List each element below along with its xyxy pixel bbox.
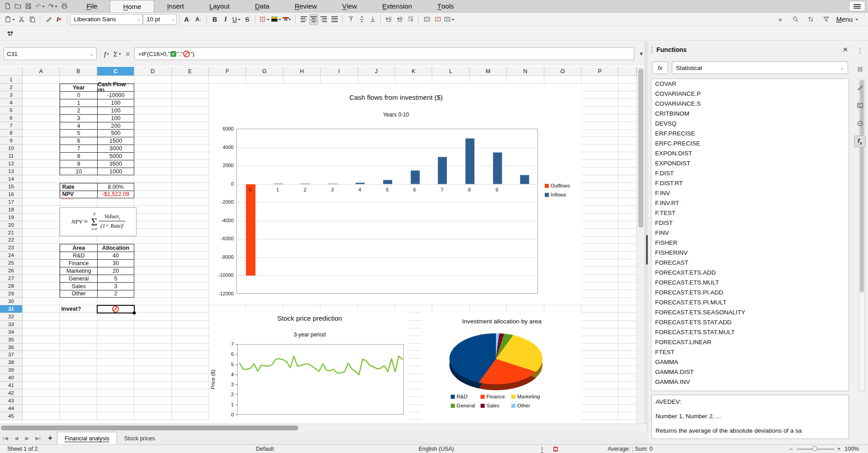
borders-icon[interactable] [258, 14, 270, 25]
gallery-icon[interactable] [854, 99, 866, 111]
document-modified-icon[interactable] [553, 446, 558, 453]
function-list-item[interactable]: FORECAST.ETS.STAT.ADD [651, 318, 849, 327]
grid-cell[interactable]: 5000 [98, 153, 134, 160]
previous-sheet-icon[interactable]: ◀ [11, 435, 22, 441]
function-list-item[interactable]: ERF.PRECISE [651, 129, 849, 139]
function-list-item[interactable]: FDIST [651, 218, 849, 228]
highlight-color-icon[interactable] [270, 14, 282, 25]
font-size-combo[interactable]: 10 pt⌄ [143, 14, 177, 25]
first-sheet-icon[interactable]: |◀ [0, 435, 11, 441]
column-header-J[interactable]: J [358, 67, 395, 76]
spreadsheet-grid[interactable]: ABCDEFGHIJKLMNOP 12345678910111213141516… [0, 67, 637, 424]
grid-cell[interactable]: 200 [98, 122, 134, 130]
function-list-item[interactable]: F.INV [651, 188, 849, 198]
bold-icon[interactable]: B [209, 14, 220, 25]
row-header-1[interactable]: 1 [0, 76, 23, 84]
grid-cell[interactable]: Year [60, 84, 97, 92]
grid-cell[interactable]: 1 [60, 99, 97, 107]
row-header-40[interactable]: 40 [0, 374, 23, 382]
align-right-icon[interactable] [318, 14, 329, 25]
column-header-L[interactable]: L [432, 67, 469, 76]
grid-cell[interactable]: 7 [60, 145, 97, 153]
row-header-26[interactable]: 26 [0, 267, 23, 275]
active-cell-c31[interactable] [97, 305, 135, 313]
formula-input[interactable]: =IF(C16>0,"✓","") [134, 47, 634, 60]
font-color-icon[interactable]: A [282, 14, 293, 25]
grid-cell[interactable]: 500 [98, 130, 134, 138]
autofilter-icon[interactable] [821, 14, 832, 25]
row-header-22[interactable]: 22 [0, 237, 23, 244]
function-list-item[interactable]: FORECAST.ETS.STAT.MULT [651, 327, 849, 337]
navigator-icon[interactable] [854, 117, 866, 129]
grid-cell[interactable]: -10000 [98, 92, 134, 99]
npv-formula-object[interactable]: NPV=NΣi=0Valuesi(1+ Rate)i [60, 207, 137, 236]
menu-tab-layout[interactable]: Layout [197, 0, 242, 12]
row-header-15[interactable]: 15 [0, 183, 23, 191]
functions-icon[interactable]: fx [854, 135, 866, 147]
function-wizard-button[interactable]: fx [652, 61, 668, 74]
row-header-37[interactable]: 37 [0, 351, 23, 359]
row-header-17[interactable]: 17 [0, 198, 23, 206]
zoom-slider-thumb[interactable] [812, 446, 817, 451]
cut-icon[interactable] [16, 14, 27, 25]
open-file-icon[interactable] [13, 1, 23, 11]
row-header-44[interactable]: 44 [0, 405, 23, 412]
function-list-item[interactable]: FINV [651, 228, 849, 238]
row-header-38[interactable]: 38 [0, 359, 23, 366]
clear-formatting-icon[interactable]: I✕ [54, 14, 65, 25]
function-list-item[interactable]: COVARIANCE.S [651, 99, 849, 109]
zoom-level[interactable]: 100% [844, 445, 859, 453]
row-header-42[interactable]: 42 [0, 389, 23, 397]
row-header-30[interactable]: 30 [0, 298, 23, 305]
grid-cell[interactable]: Allocation [98, 244, 134, 252]
sheet-tab-financial-analysis[interactable]: Financial analysis [57, 432, 117, 444]
grid-cell[interactable]: 40 [98, 252, 134, 260]
page-style[interactable]: Default [256, 445, 274, 453]
expand-formula-bar-icon[interactable]: ▼ [639, 51, 644, 56]
column-header-G[interactable]: G [246, 67, 283, 76]
row-header-8[interactable]: 8 [0, 130, 23, 137]
grow-font-icon[interactable]: A↑ [182, 14, 193, 25]
increase-indent-icon[interactable] [383, 14, 394, 25]
row-header-7[interactable]: 7 [0, 122, 23, 130]
function-list-item[interactable]: FORECAST [651, 258, 849, 268]
align-left-icon[interactable] [298, 14, 309, 25]
toolbar-overflow-icon[interactable]: » [775, 14, 786, 25]
redo-icon[interactable]: ↷ [47, 1, 59, 11]
zoom-in-icon[interactable]: + [837, 445, 840, 453]
center-vertically-icon[interactable] [356, 14, 367, 25]
row-header-27[interactable]: 27 [0, 275, 23, 282]
find-replace-icon[interactable] [790, 14, 801, 25]
row-header-32[interactable]: 32 [0, 313, 23, 321]
font-name-combo[interactable]: Liberation Sans⌄ [70, 14, 143, 25]
row-header-18[interactable]: 18 [0, 206, 23, 214]
function-list-item[interactable]: DEVSQ [651, 119, 849, 129]
row-header-5[interactable]: 5 [0, 107, 23, 114]
function-list-item[interactable]: FISHER [651, 238, 849, 248]
close-icon[interactable]: ✕ [842, 46, 848, 54]
sidebar-grip[interactable] [646, 235, 648, 265]
row-header-4[interactable]: 4 [0, 99, 23, 107]
row-header-35[interactable]: 35 [0, 336, 23, 344]
pie-chart-object[interactable]: Investment allocation by area R&DFinance… [422, 312, 582, 424]
menu-tab-review[interactable]: Review [282, 0, 330, 12]
grid-cell[interactable]: 30 [98, 260, 134, 267]
name-box[interactable]: C31 ⌄ [4, 47, 97, 60]
function-list-item[interactable]: GAMMA [651, 357, 849, 367]
row-header-33[interactable]: 33 [0, 321, 23, 328]
grid-cell[interactable]: 3 [98, 283, 134, 290]
function-list-item[interactable]: EXPON.DIST [651, 149, 849, 159]
row-header-19[interactable]: 19 [0, 214, 23, 221]
styles-icon[interactable] [854, 81, 866, 93]
column-header-P[interactable]: P [581, 67, 618, 76]
row-header-14[interactable]: 14 [0, 175, 23, 183]
grid-cell[interactable]: 2 [98, 290, 134, 297]
menu-tab-file[interactable]: File [74, 0, 110, 12]
grid-cell[interactable]: 1500 [98, 137, 134, 145]
function-wizard-icon[interactable]: ƒx [103, 50, 109, 58]
function-list-item[interactable]: FORECAST.ETS.MULT [651, 278, 849, 288]
grid-cell[interactable]: 0 [60, 92, 97, 99]
grid-cell[interactable]: 10 [60, 168, 97, 175]
function-list-item[interactable]: FORECAST.ETS.PI.ADD [651, 288, 849, 298]
grid-cell[interactable]: 4 [60, 122, 97, 130]
